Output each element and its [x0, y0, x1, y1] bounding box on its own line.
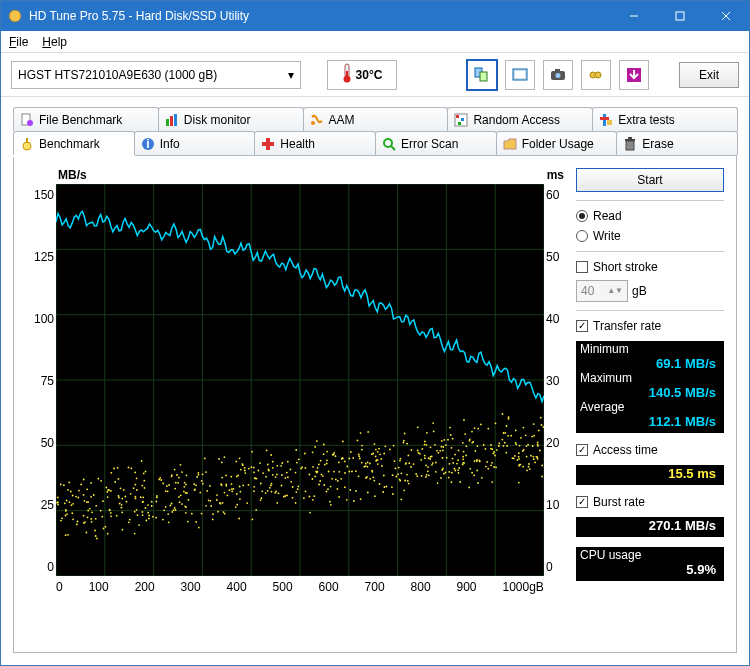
transfer-rate-row[interactable]: Transfer rate — [576, 319, 724, 333]
avg-value: 112.1 MB/s — [580, 414, 722, 429]
close-button[interactable] — [703, 1, 749, 31]
svg-point-332 — [276, 465, 278, 467]
svg-point-620 — [72, 518, 74, 520]
burst-rate-row[interactable]: Burst rate — [576, 495, 724, 509]
svg-point-558 — [121, 504, 123, 506]
svg-point-537 — [175, 509, 177, 511]
svg-point-157 — [309, 474, 311, 476]
svg-point-120 — [458, 467, 460, 469]
svg-point-396 — [358, 475, 360, 477]
svg-point-616 — [486, 461, 488, 463]
tab-folder-usage[interactable]: Folder Usage — [496, 131, 618, 155]
radio-read[interactable] — [576, 210, 588, 222]
plot-svg — [56, 184, 544, 576]
start-button[interactable]: Start — [576, 168, 724, 192]
short-stroke-row[interactable]: Short stroke — [576, 260, 724, 274]
svg-point-703 — [91, 521, 93, 523]
exit-button[interactable]: Exit — [679, 62, 739, 88]
tab-info[interactable]: iInfo — [134, 131, 256, 155]
svg-point-346 — [312, 451, 314, 453]
checkbox-short-stroke[interactable] — [576, 261, 588, 273]
svg-point-344 — [65, 515, 67, 517]
svg-point-245 — [120, 487, 122, 489]
checkbox-access-time[interactable] — [576, 444, 588, 456]
toolbar-options-button[interactable] — [581, 60, 611, 90]
toolbar-save-button[interactable] — [619, 60, 649, 90]
svg-point-64 — [417, 426, 419, 428]
svg-point-263 — [168, 521, 170, 523]
svg-point-442 — [515, 442, 517, 444]
short-stroke-value[interactable]: 40 ▲▼ — [576, 280, 628, 302]
tab-extra-tests[interactable]: Extra tests — [592, 107, 738, 131]
svg-point-691 — [208, 499, 210, 501]
svg-point-637 — [185, 484, 187, 486]
tab-aam[interactable]: AAM — [303, 107, 449, 131]
mode-write-row[interactable]: Write — [576, 229, 724, 243]
aam-icon — [310, 113, 324, 127]
svg-point-268 — [503, 432, 505, 434]
svg-point-23 — [311, 121, 315, 125]
chart-wrap: MB/s ms 1501251007550250 6050403020100 0… — [26, 168, 566, 640]
svg-point-641 — [83, 494, 85, 496]
min-label: Minimum — [580, 342, 722, 356]
svg-point-472 — [426, 474, 428, 476]
health-icon — [261, 137, 275, 151]
svg-point-256 — [335, 479, 337, 481]
tab-health[interactable]: Health — [254, 131, 376, 155]
checkbox-transfer-rate[interactable] — [576, 320, 588, 332]
tab-error-scan[interactable]: Error Scan — [375, 131, 497, 155]
tab-erase[interactable]: Erase — [616, 131, 738, 155]
svg-point-94 — [450, 434, 452, 436]
svg-point-646 — [357, 440, 359, 442]
svg-rect-14 — [555, 69, 560, 72]
svg-point-136 — [447, 439, 449, 441]
svg-point-151 — [103, 528, 105, 530]
menu-file[interactable]: File — [9, 35, 28, 49]
svg-point-424 — [80, 484, 82, 486]
toolbar-screenshot-button[interactable] — [543, 60, 573, 90]
svg-point-188 — [379, 483, 381, 485]
svg-point-530 — [136, 489, 138, 491]
svg-point-502 — [296, 462, 298, 464]
tab-benchmark[interactable]: Benchmark — [13, 131, 135, 155]
svg-point-556 — [136, 477, 138, 479]
svg-point-315 — [95, 518, 97, 520]
cpu-usage-value: 5.9% — [580, 562, 722, 577]
svg-point-375 — [106, 491, 108, 493]
toolbar-copy-info-button[interactable] — [467, 60, 497, 90]
svg-point-665 — [391, 486, 393, 488]
maximize-button[interactable] — [657, 1, 703, 31]
svg-point-422 — [335, 455, 337, 457]
checkbox-burst-rate[interactable] — [576, 496, 588, 508]
svg-point-139 — [57, 497, 59, 499]
svg-point-706 — [463, 419, 465, 421]
tab-random-access[interactable]: Random Access — [447, 107, 593, 131]
svg-point-546 — [143, 473, 145, 475]
tab-file-benchmark[interactable]: File Benchmark — [13, 107, 159, 131]
svg-point-700 — [196, 476, 198, 478]
svg-point-303 — [483, 444, 485, 446]
svg-point-190 — [165, 490, 167, 492]
mode-read-row[interactable]: Read — [576, 209, 724, 223]
svg-point-399 — [144, 487, 146, 489]
access-time-row[interactable]: Access time — [576, 443, 724, 457]
svg-point-369 — [240, 491, 242, 493]
titlebar[interactable]: HD Tune Pro 5.75 - Hard Disk/SSD Utility — [1, 1, 749, 31]
svg-point-62 — [346, 499, 348, 501]
svg-point-81 — [281, 474, 283, 476]
svg-point-509 — [420, 459, 422, 461]
minimize-button[interactable] — [611, 1, 657, 31]
svg-point-473 — [202, 483, 204, 485]
tab-disk-monitor[interactable]: Disk monitor — [158, 107, 304, 131]
drive-select[interactable]: HGST HTS721010A9E630 (1000 gB) ▾ — [11, 61, 301, 89]
svg-point-642 — [292, 497, 294, 499]
menu-help[interactable]: Help — [42, 35, 67, 49]
toolbar-copy-screenshot-button[interactable] — [505, 60, 535, 90]
svg-point-358 — [235, 461, 237, 463]
svg-point-487 — [244, 470, 246, 472]
radio-write[interactable] — [576, 230, 588, 242]
svg-point-65 — [491, 462, 493, 464]
burst-rate-value: 270.1 MB/s — [580, 518, 722, 533]
svg-point-512 — [515, 429, 517, 431]
spinner-icon[interactable]: ▲▼ — [607, 287, 623, 295]
